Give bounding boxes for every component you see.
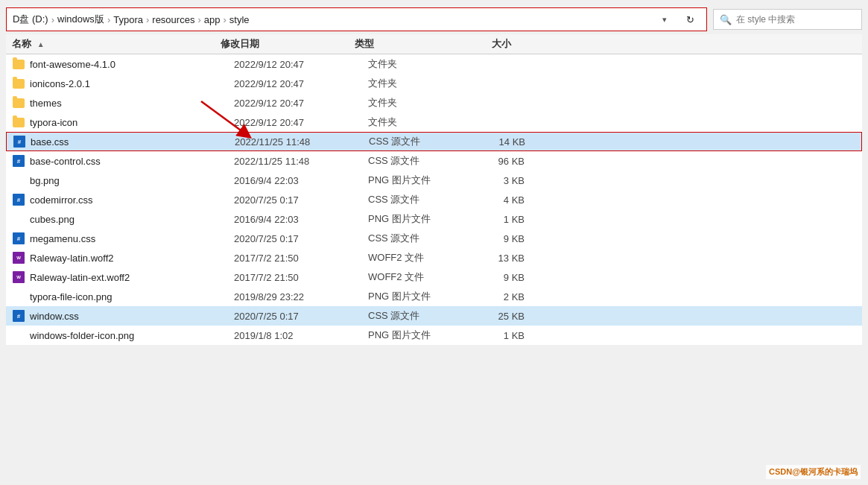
file-type: PNG 图片文件 xyxy=(368,329,465,342)
png-file-icon: 🖼 xyxy=(13,291,25,302)
file-type: 文件夹 xyxy=(368,77,465,90)
file-name: windows-folder-icon.png xyxy=(30,330,234,341)
sort-arrow-icon: ▲ xyxy=(37,40,45,48)
list-item[interactable]: #codemirror.css2020/7/25 0:17CSS 源文件4 KB xyxy=(6,190,862,209)
file-size: 9 KB xyxy=(465,233,525,244)
file-size: 3 KB xyxy=(465,175,525,186)
list-item[interactable]: themes2022/9/12 20:47文件夹 xyxy=(6,93,862,112)
path-typora: Typora xyxy=(113,14,143,25)
refresh-icon: ↻ xyxy=(686,14,694,25)
list-item[interactable]: 🖼bg.png2016/9/4 22:03PNG 图片文件3 KB xyxy=(6,171,862,190)
png-file-icon: 🖼 xyxy=(13,174,25,186)
file-name: typora-file-icon.png xyxy=(30,291,234,302)
col-name-header[interactable]: 名称 ▲ xyxy=(12,37,221,51)
file-date: 2022/9/12 20:47 xyxy=(234,117,368,128)
file-type: 文件夹 xyxy=(368,96,465,110)
file-size: 25 KB xyxy=(465,311,525,322)
folder-icon xyxy=(13,79,25,89)
css-file-icon: # xyxy=(13,155,25,167)
explorer-window: D盘 (D:) › windows版 › Typora › resources … xyxy=(0,0,868,345)
folder-icon xyxy=(13,60,25,69)
css-file-icon: # xyxy=(13,194,25,206)
file-type: PNG 图片文件 xyxy=(368,174,465,187)
file-type: WOFF2 文件 xyxy=(368,251,465,264)
file-name: codemirror.css xyxy=(30,194,234,206)
file-size: 13 KB xyxy=(465,253,525,264)
list-item[interactable]: #base.css2022/11/25 11:48CSS 源文件14 KB xyxy=(6,132,862,151)
refresh-button[interactable]: ↻ xyxy=(679,10,700,28)
list-item[interactable]: #base-control.css2022/11/25 11:48CSS 源文件… xyxy=(6,151,862,171)
file-list: font-awesome-4.1.02022/9/12 20:47文件夹ioni… xyxy=(6,54,862,345)
header-area: D盘 (D:) › windows版 › Typora › resources … xyxy=(0,4,868,34)
col-size-header[interactable]: 大小 xyxy=(452,37,511,51)
file-size: 14 KB xyxy=(466,136,525,148)
file-date: 2022/11/25 11:48 xyxy=(234,156,368,167)
woff-file-icon: W xyxy=(13,252,25,264)
file-name: bg.png xyxy=(30,175,234,186)
list-item[interactable]: typora-icon2022/9/12 20:47文件夹 xyxy=(6,112,862,132)
file-name: themes xyxy=(30,98,234,109)
file-type: CSS 源文件 xyxy=(368,154,465,168)
chevron-down-icon: ▾ xyxy=(662,15,667,25)
file-type: 文件夹 xyxy=(368,115,465,129)
file-name: ionicons-2.0.1 xyxy=(30,78,234,89)
file-name: window.css xyxy=(30,311,234,322)
file-type: PNG 图片文件 xyxy=(368,290,465,303)
col-date-header[interactable]: 修改日期 xyxy=(221,37,355,51)
list-item[interactable]: font-awesome-4.1.02022/9/12 20:47文件夹 xyxy=(6,54,862,74)
file-size: 1 KB xyxy=(465,330,525,341)
png-file-icon: 🖼 xyxy=(13,213,25,225)
list-item[interactable]: 🖼typora-file-icon.png2019/8/29 23:22PNG … xyxy=(6,287,862,306)
file-type: CSS 源文件 xyxy=(368,193,465,206)
file-date: 2020/7/25 0:17 xyxy=(234,233,368,244)
col-type-header[interactable]: 类型 xyxy=(355,37,452,51)
woff-file-icon: W xyxy=(13,271,25,283)
file-name: cubes.png xyxy=(30,214,234,225)
file-date: 2020/7/25 0:17 xyxy=(234,194,368,206)
folder-icon xyxy=(13,118,25,127)
file-date: 2022/9/12 20:47 xyxy=(234,98,368,109)
file-date: 2020/7/25 0:17 xyxy=(234,311,368,322)
path-d: D盘 (D:) xyxy=(13,13,48,26)
address-bar[interactable]: D盘 (D:) › windows版 › Typora › resources … xyxy=(6,7,707,31)
list-item[interactable]: WRaleway-latin.woff22017/7/2 21:50WOFF2 … xyxy=(6,248,862,267)
list-item[interactable]: 🖼cubes.png2016/9/4 22:03PNG 图片文件1 KB xyxy=(6,209,862,229)
file-date: 2016/9/4 22:03 xyxy=(234,214,368,225)
search-bar[interactable]: 🔍 xyxy=(713,9,862,30)
file-size: 4 KB xyxy=(465,194,525,206)
list-item[interactable]: 🖼windows-folder-icon.png2019/1/8 1:02PNG… xyxy=(6,326,862,345)
watermark: CSDN@银河系的卡瑞坞 xyxy=(766,465,861,479)
file-date: 2019/8/29 23:22 xyxy=(234,291,368,302)
file-date: 2019/1/8 1:02 xyxy=(234,330,368,341)
file-date: 2017/7/2 21:50 xyxy=(234,253,368,264)
css-file-icon: # xyxy=(13,136,25,148)
path-app: app xyxy=(204,14,221,25)
list-item[interactable]: ionicons-2.0.12022/9/12 20:47文件夹 xyxy=(6,74,862,93)
folder-icon xyxy=(13,98,25,108)
path-style: style xyxy=(229,14,250,25)
file-date: 2017/7/2 21:50 xyxy=(234,272,368,283)
file-type: CSS 源文件 xyxy=(368,232,465,245)
file-name: base.css xyxy=(31,136,235,148)
file-size: 9 KB xyxy=(465,272,525,283)
file-type: CSS 源文件 xyxy=(369,135,466,148)
file-name: Raleway-latin-ext.woff2 xyxy=(30,272,234,283)
list-item[interactable]: WRaleway-latin-ext.woff22017/7/2 21:50WO… xyxy=(6,267,862,287)
file-date: 2016/9/4 22:03 xyxy=(234,175,368,186)
dropdown-button[interactable]: ▾ xyxy=(654,10,675,28)
file-date: 2022/9/12 20:47 xyxy=(234,78,368,89)
file-size: 96 KB xyxy=(465,156,525,167)
file-name: font-awesome-4.1.0 xyxy=(30,59,234,70)
address-path: D盘 (D:) › windows版 › Typora › resources … xyxy=(13,13,650,26)
list-item[interactable]: #megamenu.css2020/7/25 0:17CSS 源文件9 KB xyxy=(6,229,862,248)
file-date: 2022/11/25 11:48 xyxy=(235,136,369,148)
search-input[interactable] xyxy=(736,14,840,25)
file-date: 2022/9/12 20:47 xyxy=(234,59,368,70)
search-icon: 🔍 xyxy=(720,14,732,25)
file-name: megamenu.css xyxy=(30,233,234,244)
address-bar-right: ▾ ↻ xyxy=(654,10,700,28)
column-header: 名称 ▲ 修改日期 类型 大小 xyxy=(6,34,862,54)
file-type: 文件夹 xyxy=(368,57,465,71)
list-item[interactable]: #window.css2020/7/25 0:17CSS 源文件25 KB xyxy=(6,306,862,326)
path-resources: resources xyxy=(152,14,194,25)
